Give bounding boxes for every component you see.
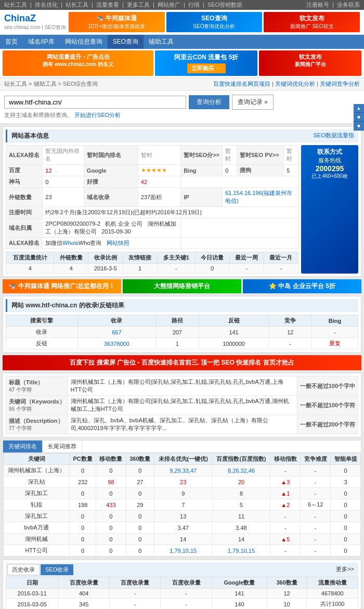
site-info-panel: 网站基本信息 SEO数据流量指 ALEXA排名 暂无国内外排名 暂时国内排名 暂… (3, 126, 361, 277)
right-panel: ▲ ■ ■ (354, 104, 364, 131)
seo-history-panel: 历史收录 SEO收录 更多>> 日期 百度收录量 百度收录量 百度收录量 Goo… (3, 560, 361, 609)
kw-row-4: 轧辊 198 433 29 7 5 ▲2 6～12 0 (4, 499, 361, 511)
header-ads: 🐄 牛邦媒体通 10万+微信/媒体资源批发 SEO查询 SEO查询优化分析 软文… (69, 12, 360, 32)
tab-longtail[interactable]: 长尾词推荐 (43, 440, 82, 452)
baidu-rank-link[interactable]: 百度快速排名网页项目 (213, 81, 270, 87)
nav-site-query[interactable]: 网站信息查询 (60, 35, 108, 49)
kw-competition-link[interactable]: 关键词竞争分析 (320, 81, 360, 87)
tab-history[interactable]: 历史收录 (7, 564, 40, 575)
header-ad-1[interactable]: 🐄 牛邦媒体通 10万+微信/媒体资源批发 (69, 12, 165, 32)
archive-link[interactable]: 网站快照 (107, 240, 129, 246)
mid-banner-2[interactable]: 大熊猫网络营销平台 (123, 279, 241, 293)
search-area: 查询分析 查询记录 » 支持主域名和带路径查询。 开始进行SEO分析 (0, 90, 364, 124)
seo-analysis-link[interactable]: 开始进行SEO分析 (74, 112, 121, 118)
site-info-content: ALEXA排名 暂无国内外排名 暂时国内排名 暂时 暂时SEO分>= 暂时 暂时… (6, 145, 358, 274)
query-button[interactable]: 查询分析 (189, 95, 229, 109)
logo: ChinaZ seo.chinaz.com | SEO查询 (4, 13, 66, 31)
banner-ad-website[interactable]: 网站流量提升・广告点击 拥有 www.chinaz.com 的名义 (3, 50, 153, 76)
search-hint: 支持主域名和带路径查询。 开始进行SEO分析 (4, 111, 360, 119)
breadcrumb: 站长工具 > 辅助工具 > SEO综合查询 百度快速排名网页项目 | 关键词优化… (0, 78, 364, 90)
flow-stats-table: 百度流量统计 外链数量 收录比例 友情链接 多主关键1 今日访量 最近一周 最近… (6, 252, 298, 274)
top-nav-right: 注册账号 | 业务联系 (305, 1, 361, 9)
top-nav-left: 站长工具 | 排名优化 | 站长工具 | 流量查看 | 更多工具 | 网站推广 … (3, 1, 244, 9)
kw-row-2: 深孔钻 232 98 27 23 20 ▲3 - 3 (4, 476, 361, 488)
nav-link-more[interactable]: 更多工具 (127, 2, 150, 8)
kw-row-3: 深孔加工 0 0 0 9 8 ▲1 - 0 (4, 488, 361, 499)
search-input[interactable] (4, 96, 186, 109)
seo-meta-table: 标题（Title）47 个字符 湖州机械加工（上海）有限公司|深孔钻,深孔加工,… (6, 376, 358, 434)
top-navigation: 站长工具 | 排名优化 | 站长工具 | 流量查看 | 更多工具 | 网站推广 … (0, 0, 364, 10)
seo-history-tabs: 历史收录 SEO收录 更多>> (6, 563, 358, 577)
register-link[interactable]: 注册账号 (306, 2, 329, 8)
kw-row-6: bvbA万通 0 0 0 3.47 3.48 - - 0 (4, 522, 361, 534)
keyword-section: 关键词排名 长尾词推荐 关键词 PC数量 移动数量 360数量 未排名优先(一键… (3, 440, 361, 557)
right-btn-1[interactable]: ▲ (354, 104, 364, 113)
seo-data-link[interactable]: SEO数据流量指 (314, 132, 354, 140)
site-results-table: 搜索引擎 收录 路径 反链 竞争 Bing 收录 667 207 141 12 … (6, 315, 358, 349)
banner-strip: 网站流量提升・广告点击 拥有 www.chinaz.com 的名义 阿里云CDN… (0, 49, 364, 78)
nav-home[interactable]: 首页 (0, 35, 23, 49)
whois-link[interactable]: Whois (62, 240, 79, 246)
mid-banner-1[interactable]: 🐄 牛邦媒体通 网络推广/总监都在用！ (3, 279, 121, 293)
site-results-panel: 网站 www.htf-china.cn 的收录/反链结果 搜索引擎 收录 路径 … (3, 296, 361, 353)
right-btn-2[interactable]: ■ (354, 113, 364, 122)
seo-history-table: 日期 百度收录量 百度收录量 百度收录量 Google数量 360数量 流量推动… (6, 577, 358, 609)
alexa-info-table: ALEXA排名 暂无国内外排名 暂时国内排名 暂时 暂时SEO分>= 暂时 暂时… (6, 145, 298, 249)
kw-row-8: HTT公司 0 0 0 1,79,10,15 1,79,10,15 - - 0 (4, 545, 361, 556)
header-ad-3[interactable]: 软文发布 新闻推广 SEO软文 (264, 12, 360, 32)
promo-strip-1[interactable]: 百度下拉 搜索屏 广告位 - 百度快速排名首前三. 顶一把 SEO 快速排名 首… (3, 355, 361, 370)
nav-link-rank[interactable]: 排名优化 (35, 2, 58, 8)
nav-link-seo[interactable]: SEO营销数据 (207, 2, 242, 8)
main-navigation: 首页 域名/IP库 网站信息查询 SEO查询 辅助工具 (0, 35, 364, 49)
more-history-link[interactable]: 更多>> (336, 566, 354, 572)
kw-row-7: 湖州机械 0 0 0 14 14 ▲5 - 0 (4, 534, 361, 545)
mid-banner-row: 🐄 牛邦媒体通 网络推广/总监都在用！ 大熊猫网络营销平台 ⭐ 中岛 企业云平台… (3, 279, 361, 293)
keyword-tabs: 关键词排名 长尾词推荐 (3, 440, 361, 453)
site-results-header: 网站 www.htf-china.cn 的收录/反链结果 (6, 299, 358, 312)
nav-link-tools[interactable]: 站长工具 (4, 2, 27, 8)
tab-keyword-rank[interactable]: 关键词排名 (3, 440, 43, 452)
right-btn-3[interactable]: ■ (354, 122, 364, 131)
nav-link-market[interactable]: 行情 (188, 2, 200, 8)
nav-seo[interactable]: SEO查询 (108, 35, 144, 49)
site-info-header: 网站基本信息 SEO数据流量指 (6, 129, 358, 142)
ip-link[interactable]: 61.154.16.196(福建泉州市 电信) (225, 190, 292, 204)
history-row-1: 2016-03-11 404 - - 141 12 4678400 (6, 589, 358, 599)
banner-ad-cdn[interactable]: 阿里云CDN 流量包 5折 立即购买 → (155, 50, 257, 76)
seo-results-panel: 标题（Title）47 个字符 湖州机械加工（上海）有限公司|深孔钻,深孔加工,… (3, 373, 361, 437)
keyword-table: 关键词 PC数量 移动数量 360数量 未排名优先(一键优) 百度指数(百度指数… (3, 453, 361, 556)
nav-link-flow[interactable]: 流量查看 (96, 2, 119, 8)
banner-ad-news[interactable]: 软文发布 新闻推广平台 (259, 50, 361, 76)
nav-domain[interactable]: 域名/IP库 (23, 35, 60, 49)
nav-link-promo[interactable]: 网站推广 (158, 2, 180, 8)
mid-banner-3[interactable]: ⭐ 中岛 企业云平台 5折 (243, 279, 361, 293)
right-ad-panel[interactable]: 联系方式 服务热线 2000295 已上460+600枚 (301, 145, 358, 274)
breadcrumb-right-links: 百度快速排名网页项目 | 关键词优化分析 | 关键词竞争分析 (213, 80, 360, 88)
nav-tools[interactable]: 辅助工具 (144, 35, 179, 49)
history-button[interactable]: 查询记录 » (232, 95, 274, 110)
tab-seo-score[interactable]: SEO收录 (41, 564, 73, 575)
kw-analysis-link[interactable]: 关键词优化分析 (275, 81, 315, 87)
site-info-table-area: ALEXA排名 暂无国内外排名 暂时国内排名 暂时 暂时SEO分>= 暂时 暂时… (6, 145, 298, 274)
kw-row-5: 深孔加工 0 0 0 13 11 - - 0 (4, 511, 361, 522)
header-ad-2[interactable]: SEO查询 SEO查询优化分析 (166, 12, 263, 32)
kw-row-1: 湖州机械加工（上海） 0 0 0 9,29,33,47 8,26,32,46 -… (4, 465, 361, 476)
nav-link-tools2[interactable]: 站长工具 (66, 2, 88, 8)
contact-link[interactable]: 业务联系 (337, 2, 360, 8)
history-row-2: 2016-03-05 345 - - 140 10 共计1000 (6, 599, 358, 610)
